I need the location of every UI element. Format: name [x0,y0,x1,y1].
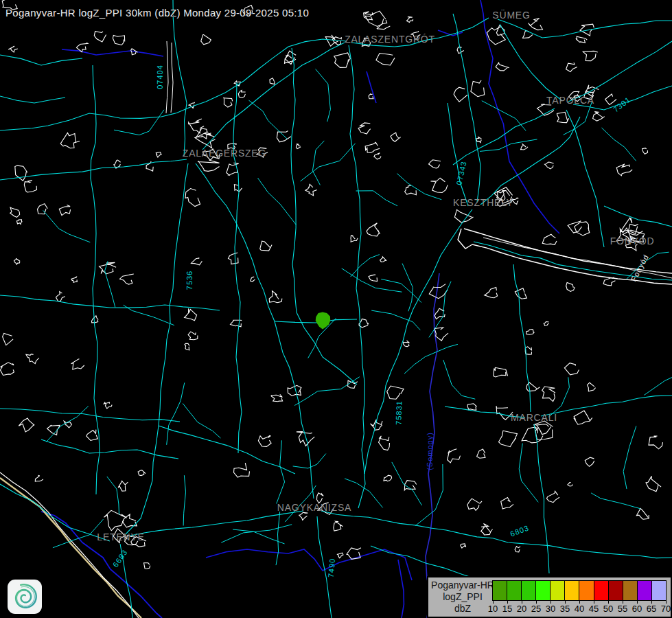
settlement-outline [192,258,202,265]
legend-tick-label: 10 [488,604,498,614]
settlement-outline [251,277,255,282]
settlement-outline [448,449,461,463]
map-line [126,163,188,534]
map-line [404,344,458,374]
settlement-outline [138,470,146,476]
settlement-outline [271,394,283,401]
legend-color-cell [594,581,609,600]
settlement-outline [649,436,663,449]
settlement-outline [454,87,467,102]
settlement-outline [485,288,498,298]
legend-title-line3: dbZ [431,603,494,615]
settlement-outline [156,152,161,158]
settlement-outline [391,133,401,141]
map-line [541,396,672,416]
legend-color-cell [652,581,666,600]
settlement-outline [338,553,344,558]
settlement-outline [542,234,557,244]
map-line [513,264,531,412]
legend-color-cell [565,581,579,600]
map-line [443,360,476,399]
settlement-outline [8,46,18,52]
settlement-outline [297,432,314,446]
map-line [599,213,604,247]
settlement-outline [467,404,477,410]
settlement-outline [185,343,189,350]
city-label: TAPOLCA [546,95,594,106]
legend-color-cell [507,581,522,600]
settlement-outline [38,204,48,214]
city-label: NAGYKANIZSA [277,502,351,513]
settlement-outline [545,162,554,169]
settlement-outline [223,98,232,107]
map-line [62,49,163,56]
settlement-outline [86,430,97,441]
settlement-outline [568,483,572,486]
map-line [644,371,672,396]
settlement-outline [60,133,80,148]
settlement-outline [258,435,271,446]
legend-color-cell [536,581,551,600]
settlement-outline [534,421,553,439]
settlement-outline [94,32,106,43]
map-line [604,206,672,227]
settlement-outline [387,386,404,399]
legend-color-cell [609,581,623,600]
map-line [43,210,91,242]
rivers-layer [41,0,559,618]
map-line [183,475,185,525]
settlement-outline [369,94,373,99]
settlement-outline [636,508,649,519]
map-line [107,477,119,514]
map-line [0,96,65,103]
map-line [349,45,365,508]
settlement-outlines-layer [0,0,662,569]
settlement-outline [574,411,592,424]
settlement-outline [585,457,594,466]
map-line [480,117,580,205]
map-line [351,255,380,277]
legend-color-cell [579,581,594,600]
settlement-outline [260,241,272,251]
legend-title: Poganyvar-HR logZ_PPI dbZ [431,580,494,615]
settlement-outline [144,563,150,569]
legend-color-cell [623,581,638,600]
settlement-outline [405,185,417,195]
map-line [480,0,509,161]
legend-color-cell [493,581,507,600]
legend-tick-label: 55 [618,604,627,614]
city-label: KESZTHELY [453,197,513,208]
settlement-outline [351,236,358,242]
settlement-outline [365,142,380,152]
map-line [276,512,280,565]
settlement-outline [269,291,282,303]
legend-tick-label: 25 [531,604,541,614]
map-line [392,462,422,505]
settlement-outline [377,20,390,30]
settlement-outline [189,119,204,133]
map-line [301,144,356,181]
settlement-outline [14,258,21,264]
settlement-outline [583,51,598,60]
settlement-outline [24,181,36,192]
legend-tick-label: 40 [575,604,584,614]
map-line [114,110,164,135]
legend-color-cell [551,581,565,600]
city-label: ZALASZENTGRÓT [345,34,435,45]
legend-title-line2: logZ_PPI [431,591,494,603]
map-line [415,464,443,526]
settlement-outline [435,328,448,341]
road-number-label: (Somogy) [426,432,434,470]
settlement-outline [404,341,410,347]
settlement-outline [646,476,661,491]
settlement-outline [471,80,485,97]
map-line [233,82,242,453]
map-line [312,141,324,185]
map-line [402,264,413,312]
settlement-outline [185,308,197,320]
map-line [183,404,220,439]
settlement-outline [201,35,211,45]
map-line [248,100,287,139]
settlement-outline [544,322,548,326]
map-line [159,426,295,474]
